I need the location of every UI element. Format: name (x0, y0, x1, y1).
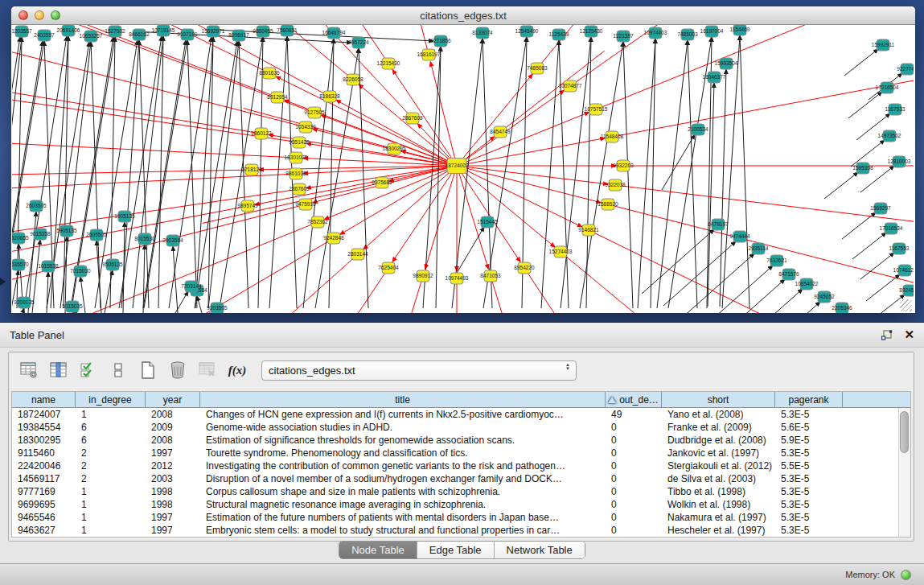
status-bar: Memory: OK (0, 563, 924, 585)
table-row[interactable]: 1830029562008Estimation of significance … (12, 434, 910, 447)
graph-node-label: 7852362 (307, 219, 328, 225)
table-row[interactable]: 1872400712008Changes of HCN gene express… (12, 408, 910, 421)
table-cell: 1 (76, 525, 146, 536)
table-cell: 1 (76, 499, 146, 510)
table-row[interactable]: 969969511998Structural magnetic resonanc… (12, 498, 910, 511)
function-builder-icon[interactable]: f(x) (227, 360, 248, 381)
delete-rows-icon[interactable] (167, 360, 188, 381)
graph-node-label: 18301025 (285, 154, 308, 160)
table-cell: Franke et al. (2009) (662, 422, 775, 433)
table-cell: Estimation of the future numbers of pati… (200, 512, 606, 523)
table-row[interactable]: 1456911722003Disruption of a novel membe… (12, 472, 910, 485)
table-panel-header: Table Panel ✕ (0, 323, 924, 348)
table-selector-dropdown[interactable]: citations_edges.txt ▲▼ (261, 360, 577, 381)
graph-node-label: 2803144 (347, 251, 368, 257)
graph-node-label: 8801636 (259, 70, 280, 76)
tab-network-table[interactable]: Network Table (495, 542, 585, 558)
graph-node-label: 8454749 (490, 129, 511, 134)
graph-node-label: 9242848 (323, 235, 344, 241)
tab-edge-table[interactable]: Edge Table (417, 542, 495, 558)
float-panel-icon[interactable] (881, 330, 893, 340)
table-cell: 5.3E-5 (775, 473, 843, 484)
graph-node-label: 17016534 (880, 225, 903, 231)
graph-node-label: 8954220 (514, 265, 535, 270)
panel-collapse-arrow-icon[interactable] (0, 278, 6, 286)
graph-node-label: 20691406 (57, 27, 80, 33)
new-table-icon[interactable] (138, 360, 158, 381)
row-height-icon[interactable] (108, 360, 129, 381)
select-rows-icon[interactable] (78, 360, 99, 381)
table-cell: Stergiakouli et al. (2012) (662, 460, 775, 472)
table-cell: 0 (606, 422, 662, 433)
graph-node-label: 7203144 (181, 283, 202, 289)
graph-node-label: 15274403 (549, 249, 573, 254)
graph-node-label: 18724007 (446, 163, 469, 168)
table-cell: 1 (76, 512, 146, 523)
column-header-in_degree[interactable]: in_degree (76, 392, 146, 407)
node-table: namein_degreeyeartitleout_de…shortpagera… (11, 391, 911, 538)
table-row[interactable]: 2242004622012Investigating the contribut… (12, 459, 910, 472)
table-row[interactable]: 1938455462009Genome-wide association stu… (12, 421, 910, 434)
graph-node-label: 1588520 (598, 201, 618, 207)
graph-node-label: 15993504 (715, 60, 738, 66)
table-row[interactable]: 946362711997Embryonic stem cells: a mode… (12, 524, 910, 537)
tab-node-table[interactable]: Node Table (339, 542, 417, 558)
graph-node-label: 7015030 (70, 268, 91, 274)
graph-node-label: 9351420 (289, 139, 310, 145)
graph-node-label: 1221397 (613, 33, 634, 39)
graph-node-label: 9209135 (14, 299, 35, 305)
table-cell: 5.3E-5 (775, 525, 843, 536)
table-cell: 1997 (146, 525, 200, 536)
table-row[interactable]: 911546021997Tourette syndrome. Phenomeno… (12, 447, 910, 459)
column-header-short[interactable]: short (662, 392, 775, 407)
graph-node-label: 8015530 (134, 236, 155, 241)
show-column-icon[interactable] (48, 360, 69, 381)
graph-node-label: 8466162 (129, 31, 150, 37)
column-header-pagerank[interactable]: pagerank (775, 392, 843, 407)
column-header-out_de[interactable]: out_de… (606, 392, 662, 407)
column-header-year[interactable]: year (146, 392, 200, 407)
network-graph-svg: 1681619712215430822605881863289127505105… (12, 25, 914, 313)
graph-node-label: 9890912 (413, 273, 433, 278)
table-cell: 2009 (146, 422, 200, 433)
window-title: citations_edges.txt (420, 10, 507, 22)
table-row[interactable]: 977716911998Corpus callosum shape and si… (12, 485, 910, 498)
graph-node-label: 2100534 (688, 126, 708, 132)
graph-node-label: 8133074 (472, 30, 493, 35)
graph-node-label: 8471053 (480, 273, 501, 278)
table-settings-icon[interactable] (18, 360, 39, 381)
graph-node-label: 8912954 (267, 94, 288, 100)
table-row[interactable]: 946554611997Estimation of the future num… (12, 511, 910, 524)
table-selector-value: citations_edges.txt (269, 365, 355, 377)
table-cell: Nakamura et al. (1997) (662, 512, 775, 523)
graph-node-label: 10719145 (152, 27, 175, 33)
graph-node-label: 7625404 (378, 265, 399, 270)
graph-node-label: 18757515 (585, 106, 608, 112)
table-cell: 5.5E-5 (775, 460, 843, 472)
scrollbar-thumb[interactable] (900, 411, 909, 453)
column-header-title[interactable]: title (200, 392, 606, 407)
minimize-window-icon[interactable] (35, 10, 44, 20)
table-cell: 1998 (146, 486, 200, 497)
column-header-name[interactable]: name (12, 392, 76, 407)
graph-node-label: 9245652 (814, 294, 835, 299)
window-titlebar[interactable]: citations_edges.txt (11, 6, 915, 25)
table-cell: 0 (606, 447, 662, 459)
window-resize-grip[interactable] (900, 299, 912, 311)
table-cell: 0 (606, 525, 662, 536)
graph-node-label: 9505135 (102, 262, 123, 267)
graph-node-label: 6479197 (708, 221, 729, 227)
close-panel-icon[interactable]: ✕ (904, 329, 914, 340)
table-vertical-scrollbar[interactable] (898, 408, 910, 537)
table-body: 1872400712008Changes of HCN gene express… (12, 408, 910, 537)
network-canvas[interactable]: 1681619712215430822605881863289127505105… (12, 25, 914, 313)
table-cell: de Silva et al. (2003) (662, 473, 775, 484)
graph-node-label: 9322038 (605, 182, 626, 187)
graph-node-label: 16646794 (322, 30, 346, 35)
graph-node-label: 10974403 (644, 30, 667, 35)
table-cell: Tourette syndrome. Phenomenology and cla… (200, 447, 606, 459)
close-window-icon[interactable] (18, 10, 28, 20)
graph-node-label: 1595308 (852, 165, 873, 171)
zoom-window-icon[interactable] (51, 10, 60, 20)
graph-node-label: 5905135 (56, 228, 77, 233)
